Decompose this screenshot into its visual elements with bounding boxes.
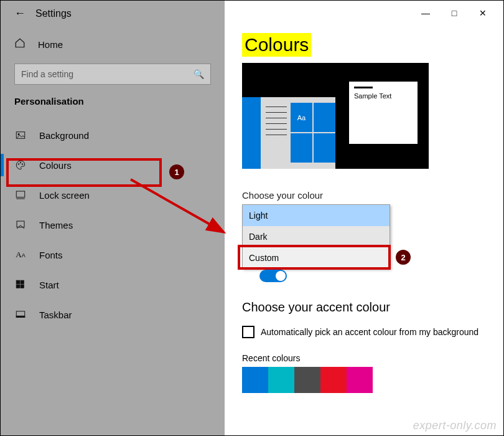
close-button[interactable]: ✕ <box>469 4 497 22</box>
annotation-arrow <box>124 173 236 242</box>
sidebar-item-background[interactable]: Background <box>1 120 225 150</box>
preview-thumbnail: Aa Sample Text <box>242 63 429 169</box>
preview-window: Sample Text <box>349 82 418 144</box>
fonts-icon: AA <box>14 250 27 260</box>
sidebar-home[interactable]: Home <box>1 25 225 57</box>
dropdown-option-dark[interactable]: Dark <box>243 226 390 247</box>
nav-label: Start <box>39 280 59 290</box>
image-icon <box>14 130 27 141</box>
annotation-box-2 <box>238 245 391 270</box>
annotation-number-2: 2 <box>396 250 411 265</box>
auto-accent-checkbox[interactable] <box>242 326 254 338</box>
back-icon[interactable]: ← <box>14 7 26 20</box>
transparency-toggle[interactable] <box>259 270 287 282</box>
search-icon: 🔍 <box>194 69 204 79</box>
colour-swatch[interactable] <box>294 367 320 393</box>
recent-colours-label: Recent colours <box>242 353 486 363</box>
recent-colours <box>242 367 486 393</box>
search-placeholder: Find a setting <box>21 69 73 79</box>
dropdown-option-light[interactable]: Light <box>243 205 390 226</box>
colour-swatch[interactable] <box>320 367 347 393</box>
nav-label: Fonts <box>39 250 63 260</box>
svg-rect-10 <box>21 285 24 288</box>
svg-rect-12 <box>16 316 25 317</box>
watermark: expert-only.com <box>413 419 497 432</box>
colour-swatch[interactable] <box>242 367 268 393</box>
minimize-button[interactable]: ― <box>411 4 440 22</box>
lock-icon <box>14 189 27 201</box>
svg-rect-9 <box>16 285 19 288</box>
preview-tile: Aa <box>291 103 312 132</box>
maximize-button[interactable]: □ <box>440 4 469 22</box>
main-content: ― □ ✕ Colours Aa Sample Text Choose your… <box>225 1 503 435</box>
svg-rect-7 <box>16 280 19 283</box>
home-icon <box>14 37 26 51</box>
app-title: Settings <box>35 8 72 19</box>
sidebar-item-start[interactable]: Start <box>1 270 225 300</box>
colour-swatch[interactable] <box>347 367 373 393</box>
accent-heading: Choose your accent colour <box>242 300 486 315</box>
section-heading: Personalisation <box>1 96 225 120</box>
start-icon <box>14 279 27 290</box>
choose-colour-label: Choose your colour <box>242 190 486 201</box>
svg-point-1 <box>18 133 19 135</box>
taskbar-icon <box>14 309 27 320</box>
page-title: Colours <box>242 33 311 57</box>
svg-rect-6 <box>17 221 24 227</box>
svg-rect-5 <box>16 191 25 197</box>
nav-label: Taskbar <box>39 310 72 320</box>
search-input[interactable]: Find a setting 🔍 <box>14 64 211 85</box>
nav-label: Lock screen <box>39 190 90 201</box>
nav-label: Background <box>39 130 89 141</box>
svg-line-13 <box>131 179 224 232</box>
sidebar-item-taskbar[interactable]: Taskbar <box>1 300 225 329</box>
window-controls: ― □ ✕ <box>411 4 497 22</box>
nav-label: Themes <box>39 220 73 230</box>
home-label: Home <box>38 39 63 50</box>
sidebar-item-fonts[interactable]: AA Fonts <box>1 240 225 270</box>
themes-icon <box>14 219 27 230</box>
colour-swatch[interactable] <box>268 367 294 393</box>
auto-accent-label: Automatically pick an accent colour from… <box>261 327 478 337</box>
svg-rect-8 <box>21 280 24 283</box>
